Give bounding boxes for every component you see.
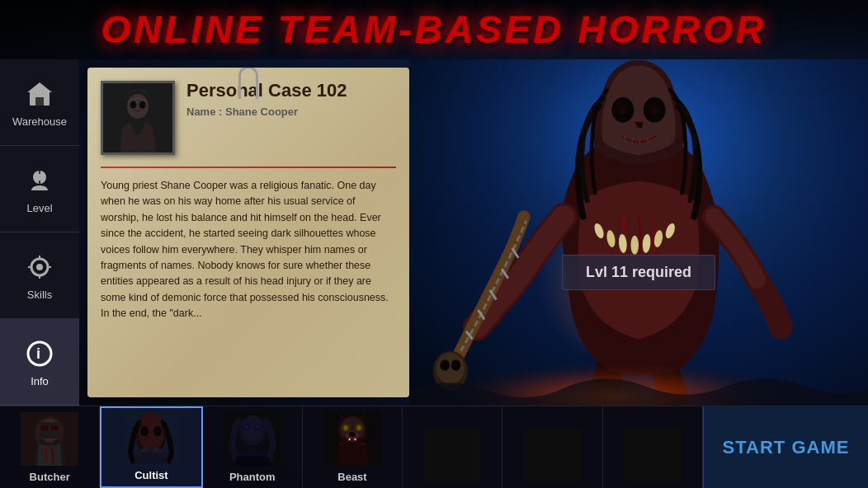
svg-rect-2 xyxy=(35,97,44,106)
case-card: Personal Case 102 Name : Shane Cooper Yo… xyxy=(87,68,409,397)
sidebar-item-level[interactable]: Level xyxy=(0,146,79,232)
slot6-thumbnail xyxy=(502,425,601,483)
svg-point-33 xyxy=(619,106,627,115)
beast-thumbnail xyxy=(303,410,402,467)
header: ONLINE TEAM-BASED HORROR xyxy=(0,0,868,59)
skills-label: Skills xyxy=(27,289,52,301)
case-name: Name : Shane Cooper xyxy=(186,106,396,118)
char-slot-butcher[interactable]: Butcher xyxy=(0,406,100,488)
svg-point-16 xyxy=(127,94,149,119)
phantom-label: Phantom xyxy=(229,471,276,483)
sidebar-item-warehouse[interactable]: Warehouse xyxy=(0,59,79,146)
sidebar-item-info[interactable]: i Info xyxy=(0,319,79,406)
case-info: Personal Case 102 Name : Shane Cooper xyxy=(186,81,396,118)
warehouse-icon xyxy=(23,77,56,110)
warehouse-label: Warehouse xyxy=(12,115,67,128)
char-slot-6[interactable] xyxy=(502,406,602,488)
start-game-button[interactable]: START GAME xyxy=(703,406,868,488)
start-game-label: START GAME xyxy=(723,437,850,458)
butcher-label: Butcher xyxy=(30,471,70,483)
svg-rect-43 xyxy=(39,422,60,439)
level-label: Level xyxy=(26,202,52,214)
monster-area: Lvl 11 required xyxy=(409,59,868,406)
case-description: Young priest Shane Cooper was a religiou… xyxy=(101,178,396,321)
svg-point-7 xyxy=(36,264,43,270)
sidebar-item-skills[interactable]: Skills xyxy=(0,232,79,319)
cultist-label: Cultist xyxy=(134,469,167,481)
svg-rect-70 xyxy=(524,428,582,481)
sidebar: Warehouse Level Skills xyxy=(0,59,79,406)
main-content: Personal Case 102 Name : Shane Cooper Yo… xyxy=(79,59,868,406)
svg-point-64 xyxy=(343,425,347,430)
svg-rect-71 xyxy=(624,428,682,481)
beast-label: Beast xyxy=(337,471,366,483)
bottom-bar: Butcher xyxy=(0,406,868,488)
phantom-thumbnail xyxy=(203,410,302,467)
game-title: ONLINE TEAM-BASED HORROR xyxy=(101,7,767,52)
butcher-thumbnail xyxy=(0,410,99,467)
skills-icon xyxy=(23,251,56,284)
svg-point-48 xyxy=(153,426,162,436)
level-required-badge: Lvl 11 required xyxy=(562,255,715,290)
svg-point-17 xyxy=(130,101,136,108)
svg-line-37 xyxy=(639,138,640,144)
svg-point-23 xyxy=(630,236,639,255)
svg-marker-1 xyxy=(27,82,52,92)
char-slot-phantom[interactable]: Phantom xyxy=(203,406,303,488)
info-icon: i xyxy=(23,337,56,370)
svg-rect-44 xyxy=(41,425,48,430)
svg-point-34 xyxy=(650,106,658,115)
level-icon xyxy=(23,164,56,197)
svg-rect-69 xyxy=(423,428,481,481)
svg-point-66 xyxy=(349,432,356,437)
case-divider xyxy=(101,167,396,168)
svg-point-65 xyxy=(356,425,361,430)
char-slot-cultist[interactable]: Cultist xyxy=(100,406,202,488)
char-slot-7[interactable] xyxy=(603,406,703,488)
monster-silhouette xyxy=(409,59,868,406)
slot7-thumbnail xyxy=(603,425,702,483)
char-slot-beast[interactable]: Beast xyxy=(303,406,403,488)
svg-line-38 xyxy=(648,138,649,143)
character-select: Butcher xyxy=(0,406,703,488)
character-portrait xyxy=(101,81,175,155)
cultist-thumbnail xyxy=(101,408,200,466)
slot5-thumbnail xyxy=(403,425,502,483)
paper-clip xyxy=(238,68,258,99)
char-slot-5[interactable] xyxy=(403,406,502,488)
case-title: Personal Case 102 xyxy=(186,81,396,101)
svg-point-47 xyxy=(140,426,149,436)
info-label: Info xyxy=(31,375,49,387)
svg-text:i: i xyxy=(36,345,40,362)
svg-rect-45 xyxy=(51,425,58,430)
svg-point-18 xyxy=(139,101,145,108)
